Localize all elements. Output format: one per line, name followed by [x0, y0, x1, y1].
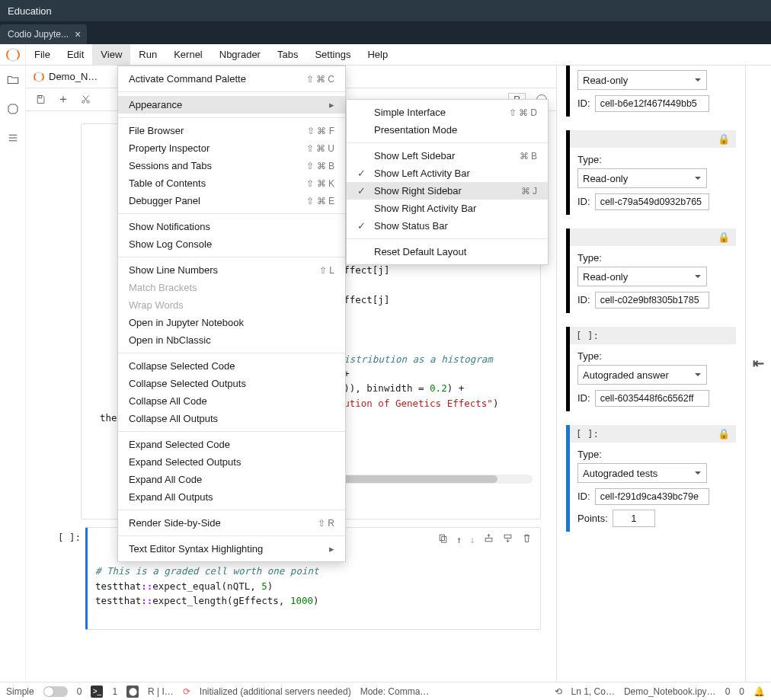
mi-show-left-activity-bar[interactable]: ✓Show Left Activity Bar	[347, 165, 548, 182]
mi-expand-all-code[interactable]: Expand All Code	[118, 471, 345, 488]
collapse-right-icon[interactable]: ⇤	[753, 355, 764, 682]
mi-show-status-bar[interactable]: ✓Show Status Bar	[347, 217, 548, 235]
cell-type-select[interactable]: Read-only	[577, 168, 707, 188]
right-sidebar: Read-only ID:cell-b6e12f467f449bb5 🔒 Typ…	[556, 66, 745, 682]
cell-id-input[interactable]: cell-f291d9ca439bc79e	[595, 488, 709, 505]
menu-tabs[interactable]: Tabs	[269, 44, 306, 65]
notebook-tab-label: Demo_N…	[49, 71, 98, 82]
cell-id-input[interactable]: cell-b6e12f467f449bb5	[595, 95, 709, 112]
lock-icon: 🔒	[718, 133, 730, 145]
kernel-name[interactable]: R | I…	[148, 686, 174, 697]
updates-icon[interactable]: ⟲	[555, 686, 562, 697]
app-tabs-row: Codio Jupyte... ×	[0, 21, 771, 44]
file-name: Demo_Notebook.ipy…	[624, 686, 716, 697]
delete-icon[interactable]	[521, 532, 533, 544]
code-number: 0.2	[430, 382, 447, 394]
mi-collapse-all-code[interactable]: Collapse All Code	[118, 392, 345, 410]
mi-debugger-panel[interactable]: Debugger Panel⇧ ⌘ E	[118, 192, 345, 209]
id-label: ID:	[577, 294, 590, 305]
mi-expand-selected-code[interactable]: Expand Selected Code	[118, 436, 345, 453]
kernel-icon[interactable]: ⬤	[126, 686, 139, 698]
bell-icon[interactable]: 🔔	[753, 686, 765, 697]
list-icon[interactable]	[6, 131, 20, 145]
code-text: ) +	[447, 382, 465, 394]
code-text: testthat	[95, 595, 141, 606]
app-tab[interactable]: Codio Jupyte... ×	[0, 24, 87, 44]
appearance-submenu: Simple Interface⇧ ⌘ D Presentation Mode …	[346, 99, 549, 265]
svg-rect-9	[485, 539, 492, 542]
code-number: 1000	[290, 595, 313, 606]
editor-mode[interactable]: Mode: Comma…	[360, 686, 430, 697]
status-count-1: 1	[112, 686, 117, 697]
mi-table-of-contents[interactable]: Table of Contents⇧ ⌘ K	[118, 174, 345, 192]
mi-simple-interface[interactable]: Simple Interface⇧ ⌘ D	[347, 104, 548, 121]
id-label: ID:	[577, 491, 590, 502]
mi-appearance[interactable]: Appearance▸	[118, 96, 345, 113]
cell-id-input[interactable]: cell-c02e9bf8305b1785	[595, 292, 709, 308]
mi-presentation-mode[interactable]: Presentation Mode	[347, 121, 548, 139]
duplicate-icon[interactable]	[437, 532, 449, 544]
cell-id-input[interactable]: cell-6035448f6c6562ff	[595, 390, 709, 407]
move-down-icon[interactable]: ↓	[469, 532, 475, 547]
code-text: testthat	[95, 580, 141, 592]
simple-mode-label: Simple	[6, 686, 34, 697]
cell-type-select[interactable]: Read-only	[577, 267, 707, 286]
mi-expand-all-outputs[interactable]: Expand All Outputs	[118, 488, 345, 506]
id-label: ID:	[577, 97, 590, 109]
menu-settings[interactable]: Settings	[306, 44, 359, 65]
mi-wrap-words: Wrap Words	[118, 296, 345, 314]
mi-show-line-numbers[interactable]: Show Line Numbers⇧ L	[118, 261, 345, 279]
insert-below-icon[interactable]	[502, 532, 513, 544]
save-icon[interactable]	[35, 94, 46, 105]
menu-kernel[interactable]: Kernel	[165, 44, 211, 65]
code-op: ::	[141, 580, 152, 592]
menu-edit[interactable]: Edit	[59, 44, 92, 65]
mi-show-notifications[interactable]: Show Notifications	[118, 218, 345, 235]
mi-syntax-highlighting[interactable]: Text Editor Syntax Highlighting▸	[118, 540, 345, 558]
stop-icon[interactable]	[6, 102, 20, 116]
folder-icon[interactable]	[6, 73, 20, 87]
view-menu: Activate Command Palette⇧ ⌘ C Appearance…	[117, 66, 346, 562]
mi-open-nbclassic[interactable]: Open in NbClassic	[118, 331, 345, 349]
type-label: Type:	[577, 252, 736, 264]
mi-show-right-sidebar[interactable]: ✓Show Right Sidebar⌘ J	[347, 182, 548, 200]
svg-rect-10	[504, 535, 511, 539]
mi-expand-selected-outputs[interactable]: Expand Selected Outputs	[118, 453, 345, 471]
mi-collapse-selected-code[interactable]: Collapse Selected Code	[118, 357, 345, 375]
mi-open-jupyter-notebook[interactable]: Open in Jupyter Notebook	[118, 314, 345, 331]
lsp-status-icon[interactable]: ⟳	[183, 686, 190, 697]
cursor-position[interactable]: Ln 1, Co…	[571, 686, 615, 697]
lock-icon: 🔒	[718, 428, 730, 439]
mi-collapse-selected-outputs[interactable]: Collapse Selected Outputs	[118, 375, 345, 392]
insert-above-icon[interactable]	[483, 532, 494, 544]
cell-type-select[interactable]: Autograded tests	[577, 463, 707, 483]
menu-help[interactable]: Help	[359, 44, 396, 65]
mi-property-inspector[interactable]: Property Inspector⇧ ⌘ U	[118, 139, 345, 157]
mi-sessions-and-tabs[interactable]: Sessions and Tabs⇧ ⌘ B	[118, 157, 345, 174]
close-icon[interactable]: ×	[75, 29, 81, 40]
mi-collapse-all-outputs[interactable]: Collapse All Outputs	[118, 410, 345, 427]
mi-show-left-sidebar[interactable]: Show Left Sidebar⌘ B	[347, 147, 548, 165]
mi-show-log-console[interactable]: Show Log Console	[118, 235, 345, 253]
mi-activate-command-palette[interactable]: Activate Command Palette⇧ ⌘ C	[118, 70, 345, 88]
mi-reset-default-layout[interactable]: Reset Default Layout	[347, 243, 548, 261]
cell-type-select[interactable]: Read-only	[577, 70, 707, 90]
cut-icon[interactable]	[80, 94, 91, 105]
mi-file-browser[interactable]: File Browser⇧ ⌘ F	[118, 122, 345, 139]
simple-mode-toggle[interactable]	[43, 686, 68, 697]
mi-render-side-by-side[interactable]: Render Side-by-Side⇧ R	[118, 514, 345, 532]
lsp-status: Initialized (additional servers needed)	[200, 686, 351, 697]
menu-nbgrader[interactable]: Nbgrader	[211, 44, 269, 65]
cell-type-select[interactable]: Autograded answer	[577, 365, 707, 385]
menu-file[interactable]: File	[26, 44, 59, 65]
terminal-icon[interactable]: >_	[91, 686, 103, 698]
menu-view[interactable]: View	[92, 44, 130, 65]
status-zero-a: 0	[725, 686, 731, 697]
menu-run[interactable]: Run	[130, 44, 165, 65]
mi-show-right-activity-bar[interactable]: Show Right Activity Bar	[347, 200, 548, 217]
cell-id-input[interactable]: cell-c79a549d0932b765	[595, 193, 709, 210]
move-up-icon[interactable]: ↑	[456, 532, 462, 547]
points-input[interactable]: 1	[613, 510, 655, 527]
code-text: )	[267, 580, 274, 592]
add-cell-icon[interactable]: ＋	[57, 91, 69, 107]
